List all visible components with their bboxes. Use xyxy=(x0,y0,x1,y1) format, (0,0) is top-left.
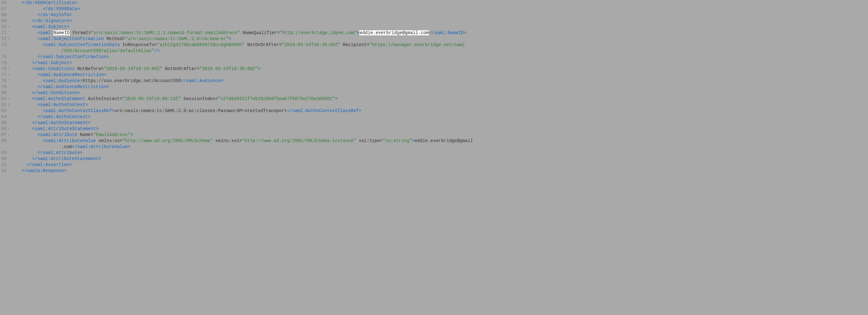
line-number: 68 xyxy=(1,12,7,18)
line-number: 74 xyxy=(1,54,7,60)
line-number: 88 xyxy=(1,138,7,144)
code-line: </saml:AttributeStatement> xyxy=(13,156,868,162)
line-number: 78 xyxy=(1,78,7,84)
line-number: 91 xyxy=(1,162,7,168)
line-number: 89 xyxy=(1,150,7,156)
fold-marker[interactable]: ▾ xyxy=(7,24,10,30)
code-line: <saml:SubjectConfirmationData InResponse… xyxy=(13,42,868,48)
highlight-email: eddie.everbridge@gmail.com xyxy=(360,30,429,35)
line-number: 83 xyxy=(1,108,7,114)
line-number: 69 xyxy=(1,18,7,24)
code-line: </saml:SubjectConfirmation> xyxy=(13,54,868,60)
code-line: </ds:Signature> xyxy=(13,18,868,24)
line-number: 81 xyxy=(1,96,7,102)
line-number: 80 xyxy=(1,90,7,96)
line-number: 85 xyxy=(1,120,7,126)
code-line: /SSO/AccountSSO/alias/defaultAlias"/> xyxy=(13,48,868,54)
code-line: </saml:AuthnContext> xyxy=(13,114,868,120)
line-number: 84 xyxy=(1,114,7,120)
code-line: <saml:AttributeStatement> xyxy=(13,126,868,132)
line-number: 79 xyxy=(1,84,7,90)
code-line: <saml:Attribute Name="EmailAddress"> xyxy=(13,132,868,138)
line-number: 92 xyxy=(1,168,7,174)
code-line: <saml:AuthnContext> xyxy=(13,102,868,108)
fold-marker[interactable]: ▾ xyxy=(7,66,10,72)
code-line: </saml:Assertion> xyxy=(13,162,868,168)
line-number: 82 xyxy=(1,102,7,108)
line-number: 66 xyxy=(1,0,7,6)
highlight-nameid: NameID xyxy=(54,30,70,35)
fold-marker[interactable]: ▾ xyxy=(7,72,10,78)
code-line: <saml:NameID Format="urn:oasis:names:tc:… xyxy=(13,30,868,36)
line-number: 71 xyxy=(1,30,7,36)
code-line: <saml:Audience>https://sso.everbridge.ne… xyxy=(13,78,868,84)
code-line: </ds:KeyInfo> xyxy=(13,12,868,18)
fold-marker[interactable]: ▾ xyxy=(7,126,10,132)
line-number: 75 xyxy=(1,60,7,66)
line-number: 73 xyxy=(1,42,7,48)
code-line: </ds:X509Data> xyxy=(13,6,868,12)
code-line: <saml:AuthnStatement AuthnInstant="2018-… xyxy=(13,96,868,102)
code-line: </samlp:Response> xyxy=(13,168,868,174)
code-line: </saml:AudienceRestriction> xyxy=(13,84,868,90)
fold-marker[interactable]: ▾ xyxy=(7,102,10,108)
line-number: 70 xyxy=(1,24,7,30)
code-line: </saml:Subject> xyxy=(13,60,868,66)
code-line: <saml:AttributeValue xmlns:xs="http://ww… xyxy=(13,138,868,144)
code-line: </saml:Conditions> xyxy=(13,90,868,96)
code-editor: 66 67 68 69 70▾ 71 72▾ 73 74 75 76▾ 77▾ … xyxy=(0,0,868,174)
code-line: </saml:AuthnStatement> xyxy=(13,120,868,126)
code-content[interactable]: </ds:X509Certificate> </ds:X509Data> </d… xyxy=(12,0,868,174)
line-number-gutter: 66 67 68 69 70▾ 71 72▾ 73 74 75 76▾ 77▾ … xyxy=(0,0,12,174)
code-line: <saml:AuthnContextClassRef>urn:oasis:nam… xyxy=(13,108,868,114)
code-line: <saml:Subject> xyxy=(13,24,868,30)
code-line: <saml:AudienceRestriction> xyxy=(13,72,868,78)
line-number: 87 xyxy=(1,132,7,138)
line-number: 86 xyxy=(1,126,7,132)
code-line: <saml:Conditions NotBefore="2018-05-24T1… xyxy=(13,66,868,72)
code-line: <saml:SubjectConfirmation Method="urn:oa… xyxy=(13,36,868,42)
line-number: 76 xyxy=(1,66,7,72)
fold-marker[interactable]: ▾ xyxy=(7,132,10,138)
code-line: </ds:X509Certificate> xyxy=(13,0,868,6)
code-line: .com</saml:AttributeValue> xyxy=(13,144,868,150)
fold-marker[interactable]: ▾ xyxy=(7,96,10,102)
code-line: </saml:Attribute> xyxy=(13,150,868,156)
line-number: 77 xyxy=(1,72,7,78)
fold-marker[interactable]: ▾ xyxy=(7,36,10,42)
line-number: 72 xyxy=(1,36,7,42)
line-number: 67 xyxy=(1,6,7,12)
line-number: 90 xyxy=(1,156,7,162)
